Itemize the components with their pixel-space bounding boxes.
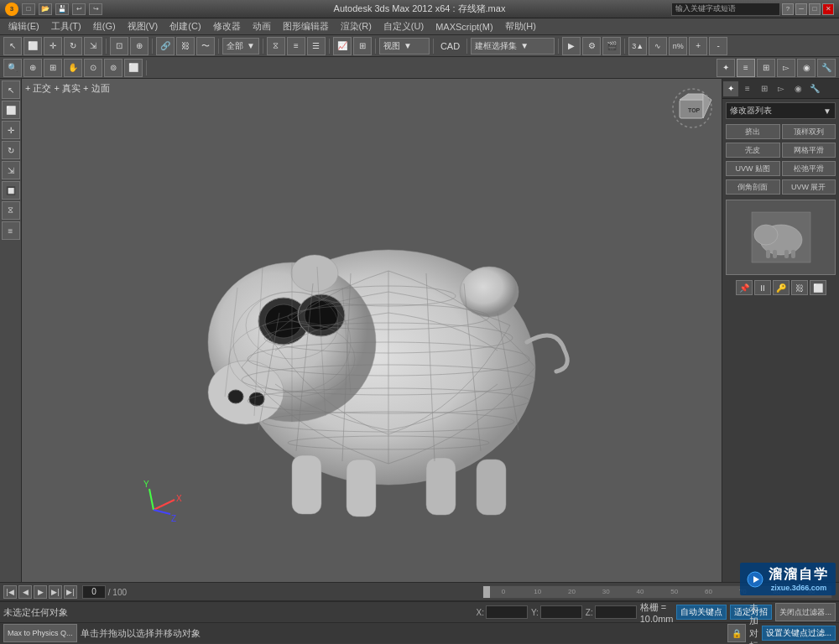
search-input[interactable]: 输入关键字或短语	[671, 3, 780, 16]
select-tool-btn[interactable]: ↖	[3, 37, 22, 55]
menu-customize[interactable]: 自定义(U)	[378, 18, 429, 34]
lock-btn[interactable]: 🔒	[727, 624, 746, 642]
plus-btn[interactable]: +	[689, 37, 707, 55]
filter-btn1[interactable]: 关闭点过滤器...	[775, 603, 836, 621]
close-btn[interactable]: ✕	[822, 3, 834, 15]
x-input[interactable]	[486, 605, 528, 619]
rotate2-btn[interactable]: ↻	[2, 141, 20, 159]
menu-create[interactable]: 创建(C)	[164, 18, 206, 34]
n-btn[interactable]: n%	[669, 37, 687, 55]
save-btn[interactable]: 💾	[55, 3, 69, 15]
menu-maxscript[interactable]: MAXScript(M)	[430, 20, 498, 34]
zoom-all-btn[interactable]: ⊕	[23, 59, 42, 77]
pivot-btn[interactable]: ⊕	[130, 37, 149, 55]
display-panel-btn[interactable]: ◉	[797, 59, 816, 77]
viewport-render-btn[interactable]: 🎬	[602, 37, 621, 55]
snap-btn[interactable]: 🔲	[2, 181, 20, 200]
minus-btn[interactable]: -	[709, 37, 727, 55]
rotate-btn[interactable]: ↻	[64, 37, 82, 55]
menu-group[interactable]: 组(G)	[88, 18, 121, 34]
select-region2-btn[interactable]: ⬜	[2, 101, 20, 119]
play-btn[interactable]: ▶	[34, 585, 47, 599]
modify-tab[interactable]: ≡	[740, 81, 755, 96]
pan-btn[interactable]: ✋	[64, 59, 82, 77]
named-selection-dropdown[interactable]: 全部 ▼	[222, 38, 259, 55]
orbit-selected-btn[interactable]: ⊚	[104, 59, 122, 77]
modifier-list-dropdown[interactable]: 修改器列表 ▼	[726, 102, 836, 119]
shell-btn[interactable]: 壳皮	[726, 143, 780, 158]
uvw-btn[interactable]: UVW 贴图	[726, 161, 780, 176]
maximize-viewport-btn[interactable]: ⬜	[124, 59, 143, 77]
motion-tab[interactable]: ▻	[774, 81, 789, 96]
create-tab[interactable]: ✦	[723, 81, 738, 96]
undo-btn[interactable]: ↩	[72, 3, 86, 15]
create-panel-btn[interactable]: ✦	[717, 59, 735, 77]
help-btn[interactable]: ?	[782, 3, 794, 15]
schematic-btn[interactable]: ⊞	[353, 37, 372, 55]
mesh-smooth-btn[interactable]: 网格平滑	[782, 143, 836, 158]
chamfer-face-btn[interactable]: 倒角剖面	[726, 179, 780, 195]
go-to-start-btn[interactable]: |◀	[3, 585, 17, 599]
unlink-btn[interactable]: ⛓	[176, 37, 195, 55]
maximize-btn[interactable]: □	[809, 3, 821, 15]
zoom-selected-btn[interactable]: ⊞	[44, 59, 62, 77]
menu-animation[interactable]: 动画	[248, 18, 276, 34]
motion-panel-btn[interactable]: ▻	[777, 59, 795, 77]
filter2-btn[interactable]: 设置关键点过滤...	[762, 626, 836, 641]
menu-help[interactable]: 帮助(H)	[500, 18, 541, 34]
menu-modifier[interactable]: 修改器	[208, 18, 246, 34]
physics-btn[interactable]: Max to Physics Q...	[3, 624, 77, 642]
chain-icon[interactable]: ⛓	[791, 280, 808, 295]
zoom-btn[interactable]: 🔍	[3, 59, 22, 77]
modify-panel-btn[interactable]: ≡	[737, 59, 755, 77]
menu-tools[interactable]: 工具(T)	[46, 18, 86, 34]
menu-render[interactable]: 渲染(R)	[336, 18, 377, 34]
view-cube[interactable]: TOP	[671, 87, 713, 129]
extrude-btn[interactable]: 挤出	[726, 124, 780, 139]
pin-icon[interactable]: 📌	[736, 280, 753, 295]
scale-btn[interactable]: ⇲	[84, 37, 102, 55]
new-btn[interactable]: □	[22, 3, 35, 15]
menu-view[interactable]: 视图(V)	[122, 18, 164, 34]
viewport[interactable]: + 正交 + 真实 + 边面 TOP	[22, 79, 722, 582]
align-btn[interactable]: ≡	[287, 37, 305, 55]
minimize-btn[interactable]: ─	[795, 3, 807, 15]
scale2-btn[interactable]: ⇲	[2, 161, 20, 179]
move2-btn[interactable]: ✛	[2, 121, 20, 139]
orbit-btn[interactable]: ⊙	[84, 59, 102, 77]
selection-set-btn[interactable]: 建框选择集 ▼	[471, 38, 555, 55]
key-icon[interactable]: 🔑	[773, 280, 789, 295]
utilities-panel-btn[interactable]: 🔧	[817, 59, 836, 77]
next-frame-btn[interactable]: ▶|	[49, 585, 62, 599]
expand-icon[interactable]: ⬜	[810, 280, 826, 295]
mirror-btn[interactable]: ⧖	[267, 37, 285, 55]
sim-btn[interactable]: ∿	[649, 37, 667, 55]
view-dropdown[interactable]: 视图 ▼	[379, 38, 430, 55]
utilities-tab[interactable]: 🔧	[807, 81, 822, 96]
layer-btn[interactable]: ☰	[307, 37, 326, 55]
display-tab[interactable]: ◉	[790, 81, 805, 96]
reference-coord-btn[interactable]: ⊡	[110, 37, 128, 55]
curve-editor-btn[interactable]: 📈	[333, 37, 352, 55]
y-input[interactable]	[540, 605, 582, 619]
align2-btn[interactable]: ≡	[2, 221, 20, 240]
render-btn[interactable]: ▶	[562, 37, 581, 55]
link-btn[interactable]: 🔗	[156, 37, 175, 55]
relax-btn[interactable]: 松弛平滑	[782, 161, 836, 176]
timeline-playhead[interactable]	[483, 586, 490, 598]
3d-nav-btn[interactable]: 3▲	[628, 37, 647, 55]
hierarchy-panel-btn[interactable]: ⊞	[757, 59, 775, 77]
bind-space-warp-btn[interactable]: 〜	[196, 37, 215, 55]
uvw-expand-btn[interactable]: UVW 展开	[782, 179, 836, 195]
prev-frame-btn[interactable]: ◀	[18, 585, 32, 599]
menu-graph-editor[interactable]: 图形编辑器	[278, 18, 334, 34]
select-object-btn[interactable]: ↖	[2, 80, 20, 99]
current-frame-input[interactable]	[82, 585, 106, 599]
menu-edit[interactable]: 编辑(E)	[3, 18, 44, 34]
mirror2-btn[interactable]: ⧖	[2, 201, 20, 220]
select-region-btn[interactable]: ⬜	[23, 37, 42, 55]
render-settings-btn[interactable]: ⚙	[582, 37, 601, 55]
pause-icon[interactable]: ⏸	[754, 280, 771, 295]
auto-key-badge[interactable]: 自动关键点	[676, 605, 727, 620]
z-input[interactable]	[595, 605, 637, 619]
